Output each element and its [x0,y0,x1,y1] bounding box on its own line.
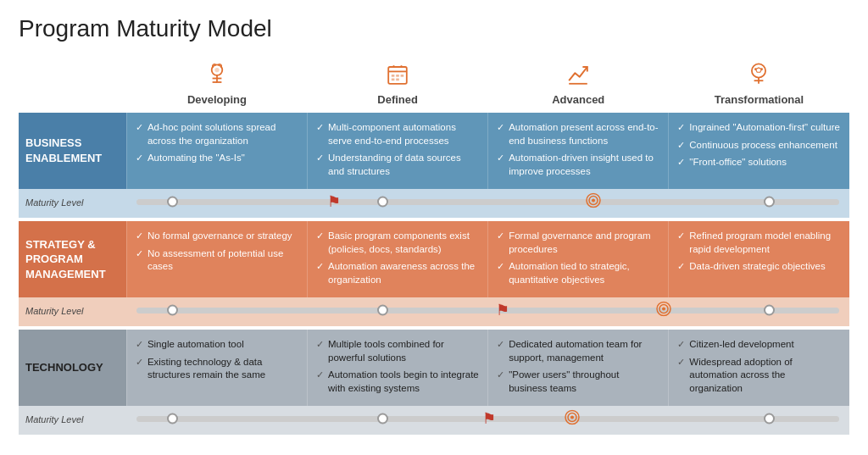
list-item: ✓Existing technology & data structures r… [136,356,298,382]
list-item: ✓Citizen-led development [677,338,841,352]
maturity-row-technology: Maturity Level⚑ [19,406,849,435]
list-item: ✓Automation tools begin to integrate wit… [316,369,479,395]
slider-flag-marker: ⚑ [482,411,496,426]
list-item: ✓Automation tied to strategic, quantitat… [497,260,659,286]
svg-point-1 [214,68,219,72]
list-item: ✓Formal governance and program procedure… [497,230,659,256]
cell-business-enablement-defined: ✓Multi-component automations serve end-t… [308,113,488,189]
list-item: ✓Automation-driven insight used to impro… [497,152,659,178]
maturity-label-strategy-program: Maturity Level [19,297,126,326]
defined-label: Defined [377,93,418,106]
list-item: ✓No assessment of potential use cases [136,247,298,274]
defined-icon [382,59,413,90]
transformational-icon [743,59,774,90]
slider-dot[interactable] [167,305,178,316]
list-item: ✓Understanding of data sources and struc… [316,152,479,178]
col-transformational-header: Transformational [669,54,849,113]
slider-dot[interactable] [764,197,775,208]
developing-label: Developing [187,93,247,106]
column-headers: Developing [19,54,849,113]
transformational-label: Transformational [715,93,804,106]
slider-dot[interactable] [167,197,178,208]
col-advanced-header: Advanced [488,54,669,113]
slider-dot[interactable] [377,197,388,208]
list-item: ✓Automation present across end-to-end bu… [497,121,659,147]
list-item: ✓Automation awareness across the organiz… [316,260,479,286]
slider-flag-marker: ⚑ [327,194,341,209]
slider-target-marker [656,302,671,319]
svg-rect-10 [392,75,395,77]
cell-technology-developing: ✓Single automation tool✓Existing technol… [126,330,307,406]
svg-point-23 [592,199,595,203]
slider-target-marker [586,193,601,211]
cell-business-enablement-transformational: ✓Ingrained "Automation-first" culture✓Co… [669,113,849,189]
cell-strategy-program-advanced: ✓Formal governance and program procedure… [488,221,669,297]
list-item: ✓Multi-component automations serve end-t… [316,121,479,147]
svg-point-26 [662,308,665,311]
cell-technology-advanced: ✓Dedicated automation team for support, … [488,330,669,406]
maturity-row-strategy-program: Maturity Level⚑ [19,297,849,326]
section-label-business-enablement: BUSINESSENABLEMENT [19,113,126,189]
svg-rect-12 [401,75,404,77]
list-item: ✓Widespread adoption of automation acros… [677,356,841,396]
list-item: ✓No formal governance or strategy [136,230,298,243]
section-row-technology: TECHNOLOGY✓Single automation tool✓Existi… [19,330,849,406]
slider-flag-marker: ⚑ [496,302,509,318]
list-item: ✓Continuous process enhancement [677,139,841,153]
list-item: ✓Multiple tools combined for powerful so… [316,338,479,364]
maturity-label-technology: Maturity Level [19,406,126,435]
developing-icon [202,59,232,90]
advanced-icon [563,59,593,90]
svg-rect-13 [392,79,395,81]
cell-strategy-program-transformational: ✓Refined program model enabling rapid de… [669,221,849,297]
list-item: ✓"Front-office" solutions [677,156,841,169]
list-item: ✓Automating the "As-Is" [136,152,298,165]
list-item: ✓Dedicated automation team for support, … [497,338,659,364]
advanced-label: Advanced [552,93,604,106]
svg-point-16 [752,64,765,77]
slider-dot[interactable] [167,413,178,424]
cell-technology-defined: ✓Multiple tools combined for powerful so… [308,330,488,406]
section-row-business-enablement: BUSINESSENABLEMENT✓Ad-hoc point solution… [19,113,849,189]
list-item: ✓Refined program model enabling rapid de… [677,230,841,256]
maturity-row-business-enablement: Maturity Level⚑ [19,189,849,218]
cell-business-enablement-advanced: ✓Automation present across end-to-end bu… [488,113,669,189]
list-item: ✓Data-driven strategic objectives [677,260,841,274]
page-title: Program Maturity Model [19,15,849,42]
svg-rect-11 [396,75,399,77]
maturity-table: Developing [19,54,849,435]
svg-point-29 [570,416,574,419]
cell-strategy-program-developing: ✓No formal governance or strategy✓No ass… [126,221,307,297]
slider-target-marker [565,410,580,428]
slider-dot[interactable] [764,305,775,316]
maturity-label-business-enablement: Maturity Level [19,189,126,218]
col-developing-header: Developing [126,54,307,113]
list-item: ✓Ingrained "Automation-first" culture [677,121,841,135]
cell-technology-transformational: ✓Citizen-led development✓Widespread adop… [669,330,849,406]
svg-rect-14 [396,79,399,81]
slider-dot[interactable] [764,413,775,424]
list-item: ✓"Power users" throughout business teams [497,369,659,395]
section-label-strategy-program: STRATEGY &PROGRAMMANAGEMENT [19,221,126,297]
cell-business-enablement-developing: ✓Ad-hoc point solutions spread across th… [126,113,307,189]
col-label-header [19,54,126,113]
list-item: ✓Ad-hoc point solutions spread across th… [136,121,298,147]
list-item: ✓Single automation tool [136,338,298,352]
slider-dot[interactable] [377,305,388,316]
maturity-slider-strategy-program[interactable]: ⚑ [126,297,849,326]
section-label-technology: TECHNOLOGY [19,330,126,406]
cell-strategy-program-defined: ✓Basic program components exist (policie… [308,221,488,297]
list-item: ✓Basic program components exist (policie… [316,230,479,256]
section-row-strategy-program: STRATEGY &PROGRAMMANAGEMENT✓No formal go… [19,221,849,297]
maturity-slider-business-enablement[interactable]: ⚑ [126,189,849,218]
slider-dot[interactable] [377,413,388,424]
col-defined-header: Defined [308,54,488,113]
maturity-slider-technology[interactable]: ⚑ [126,406,849,435]
